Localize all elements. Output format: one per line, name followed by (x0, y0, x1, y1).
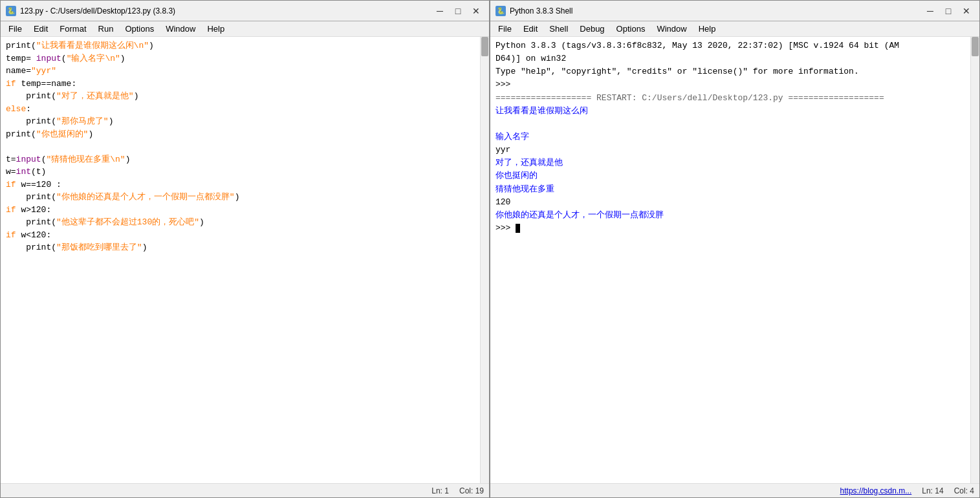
editor-menu-edit[interactable]: Edit (28, 23, 53, 35)
code-line-6: else: (6, 103, 484, 116)
shell-app-icon: 🐍 (495, 6, 506, 16)
shell-line-input-yyr: yyr (495, 144, 974, 157)
shell-menu-file[interactable]: File (493, 23, 517, 35)
editor-close-button[interactable]: ✕ (468, 5, 484, 17)
shell-window-controls: ─ □ ✕ (922, 5, 974, 17)
shell-scrollbar-thumb[interactable] (972, 37, 979, 56)
shell-menu-edit[interactable]: Edit (518, 23, 543, 35)
shell-menu-help[interactable]: Help (693, 23, 721, 35)
shell-output-area[interactable]: Python 3.8.3 (tags/v3.8.3:6f8c832, May 1… (490, 37, 979, 483)
code-line-8: print("你也挺闲的") (6, 128, 484, 141)
shell-menu-debug[interactable]: Debug (574, 23, 609, 35)
shell-line-version1: Python 3.8.3 (tags/v3.8.3:6f8c832, May 1… (495, 39, 974, 52)
shell-line-version2: D64)] on win32 (495, 52, 974, 65)
code-line-14: if w>120: (6, 204, 484, 217)
editor-menu-options[interactable]: Options (120, 23, 159, 35)
shell-line-restart: =================== RESTART: C:/Users/de… (495, 92, 974, 105)
code-line-4: if temp==name: (6, 78, 484, 91)
editor-scrollbar[interactable] (480, 37, 489, 483)
code-line-11: w=int(t) (6, 166, 484, 179)
shell-cursor (516, 224, 520, 233)
shell-menu-bar: File Edit Shell Debug Options Window Hel… (490, 21, 979, 37)
shell-ln: Ln: 14 (922, 486, 943, 495)
editor-titlebar-left: 🐍 123.py - C:/Users/dell/Desktop/123.py … (6, 6, 175, 16)
shell-menu-options[interactable]: Options (611, 23, 651, 35)
shell-line-input-120: 120 (495, 196, 974, 209)
shell-menu-window[interactable]: Window (651, 23, 691, 35)
editor-menu-window[interactable]: Window (160, 23, 201, 35)
code-line-7: print("那你马虎了") (6, 115, 484, 128)
editor-maximize-button[interactable]: □ (450, 5, 466, 17)
shell-minimize-button[interactable]: ─ (922, 5, 938, 17)
editor-titlebar: 🐍 123.py - C:/Users/dell/Desktop/123.py … (1, 1, 489, 21)
shell-line-out5: 猜猜他现在多重 (495, 183, 974, 196)
shell-menu-shell[interactable]: Shell (544, 23, 573, 35)
shell-statusbar: https://blog.csdn.m... Ln: 14 Col: 4 (490, 483, 979, 497)
editor-window: 🐍 123.py - C:/Users/dell/Desktop/123.py … (0, 0, 490, 498)
code-line-10: t=input("猜猜他现在多重\n") (6, 153, 484, 166)
shell-line-out2: 输入名字 (495, 131, 974, 144)
shell-status-link[interactable]: https://blog.csdn.m... (840, 486, 912, 495)
code-line-5: print("对了，还真就是他") (6, 90, 484, 103)
code-line-2: temp= input("输入名字\n") (6, 52, 484, 65)
shell-title: Python 3.8.3 Shell (510, 6, 572, 16)
shell-line-prompt1: >>> (495, 78, 974, 91)
editor-title: 123.py - C:/Users/dell/Desktop/123.py (3… (20, 6, 175, 16)
code-line-16: if w<120: (6, 229, 484, 242)
editor-code-area[interactable]: print("让我看看是谁假期这么闲\n") temp= input("输入名字… (1, 37, 489, 483)
code-line-12: if w==120 : (6, 179, 484, 191)
code-line-3: name="yyr" (6, 65, 484, 78)
shell-maximize-button[interactable]: □ (941, 5, 956, 17)
shell-line-blank (495, 118, 974, 131)
code-line-13: print("你他娘的还真是个人才，一个假期一点都没胖") (6, 191, 484, 204)
shell-close-button[interactable]: ✕ (959, 5, 974, 17)
code-line-9 (6, 140, 484, 153)
editor-ln: Ln: 1 (431, 486, 449, 495)
shell-line-out4: 你也挺闲的 (495, 169, 974, 182)
shell-line-out3: 对了，还真就是他 (495, 157, 974, 169)
editor-statusbar: Ln: 1 Col: 19 (1, 483, 489, 497)
editor-menu-format[interactable]: Format (54, 23, 91, 35)
editor-col: Col: 19 (459, 486, 484, 495)
code-line-15: print("他这辈子都不会超过130的，死心吧") (6, 216, 484, 229)
editor-window-controls: ─ □ ✕ (432, 5, 484, 17)
shell-line-final-prompt[interactable]: >>> (495, 222, 974, 235)
editor-app-icon: 🐍 (6, 6, 16, 16)
shell-col: Col: 4 (954, 486, 974, 495)
editor-scrollbar-thumb[interactable] (481, 37, 488, 56)
shell-line-out6: 你他娘的还真是个人才，一个假期一点都没胖 (495, 209, 974, 222)
editor-menu-file[interactable]: File (3, 23, 27, 35)
shell-line-out1: 让我看看是谁假期这么闲 (495, 105, 974, 118)
editor-minimize-button[interactable]: ─ (432, 5, 448, 17)
editor-menu-bar: File Edit Format Run Options Window Help (1, 21, 489, 37)
shell-window: 🐍 Python 3.8.3 Shell ─ □ ✕ File Edit She… (490, 0, 980, 498)
shell-line-version3: Type "help", "copyright", "credits" or "… (495, 65, 974, 78)
shell-titlebar-left: 🐍 Python 3.8.3 Shell (495, 6, 572, 16)
editor-menu-help[interactable]: Help (202, 23, 230, 35)
shell-scrollbar[interactable] (970, 37, 979, 483)
code-line-17: print("那饭都吃到哪里去了") (6, 241, 484, 254)
code-line-1: print("让我看看是谁假期这么闲\n") (6, 39, 484, 52)
editor-menu-run[interactable]: Run (93, 23, 119, 35)
shell-titlebar: 🐍 Python 3.8.3 Shell ─ □ ✕ (490, 1, 979, 21)
